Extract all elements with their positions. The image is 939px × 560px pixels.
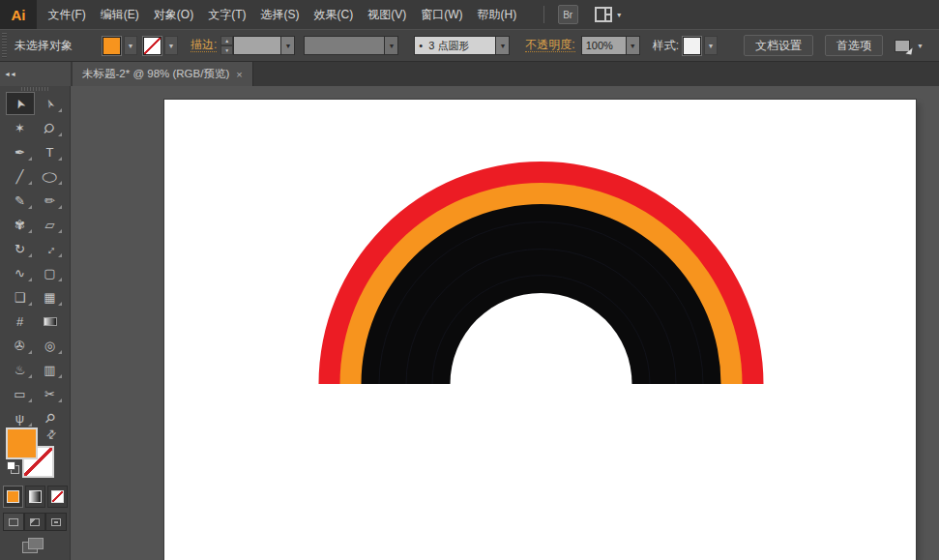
stroke-none-swatch[interactable] [143, 37, 161, 55]
eraser-tool[interactable]: ▱ [36, 213, 65, 236]
brush-definition-dropdown[interactable]: ▼ [495, 36, 510, 55]
none-button[interactable] [47, 486, 68, 508]
selection-tool[interactable]: ➤ [6, 92, 35, 115]
variable-width-profile-field[interactable] [304, 36, 384, 55]
workspace-switcher[interactable]: ▼ [595, 7, 623, 22]
rainbow-artwork[interactable] [164, 100, 916, 560]
blob-brush-icon: ✾ [15, 219, 25, 231]
mesh-tool[interactable]: # [6, 309, 35, 333]
magic-wand-tool[interactable]: ✶ [6, 116, 35, 139]
bridge-button[interactable]: Br [558, 5, 578, 24]
menu-item[interactable]: 效果(C) [307, 0, 361, 29]
stroke-width-dropdown[interactable]: ▼ [280, 36, 295, 55]
document-tab[interactable]: 未标题-2* @ 98% (RGB/预览) × [73, 62, 253, 86]
blend-tool[interactable]: ◎ [36, 334, 65, 357]
stepper-down-icon[interactable]: ▼ [220, 45, 233, 55]
default-fill-stroke-icon[interactable] [7, 461, 21, 476]
symbol-sprayer-tool[interactable]: ♨ [6, 358, 35, 381]
menu-item[interactable]: 对象(O) [146, 0, 200, 29]
gradient-tool[interactable] [36, 309, 65, 333]
lasso-tool[interactable]: Ϙ [36, 116, 65, 139]
slice-tool[interactable]: ✂ [36, 382, 65, 405]
stroke-panel-link[interactable]: 描边: [191, 39, 217, 52]
chevron-down-icon[interactable]: ▼ [704, 36, 718, 55]
artboard-tool[interactable]: ▭ [6, 382, 35, 405]
fill-indicator-swatch[interactable] [6, 427, 38, 459]
menu-item[interactable]: 选择(S) [253, 0, 307, 29]
draw-normal-icon [9, 518, 18, 526]
blob-brush-tool[interactable]: ✾ [6, 213, 35, 236]
hand-tool[interactable]: ψ [6, 406, 35, 429]
chevron-down-icon[interactable]: ▼ [124, 36, 137, 55]
rotate-tool[interactable]: ↻ [6, 237, 35, 260]
style-swatch[interactable] [683, 37, 701, 55]
draw-normal-button[interactable] [3, 513, 24, 531]
pencil-tool[interactable]: ✏ [36, 189, 65, 212]
direct-selection-tool[interactable]: ➢ [36, 92, 65, 115]
stepper-up-icon[interactable]: ▲ [220, 36, 233, 45]
close-icon[interactable]: × [236, 69, 242, 80]
shape-builder-tool[interactable]: ❑ [6, 285, 35, 309]
panel-grip[interactable] [2, 33, 7, 58]
swap-fill-stroke-icon[interactable]: ⇄ [44, 426, 60, 442]
stroke-width-stepper[interactable]: ▲ ▼ [220, 36, 233, 55]
variable-width-profile-dropdown[interactable]: ▼ [384, 36, 398, 55]
fill-color-picker[interactable]: ▼ [103, 36, 137, 55]
app-logo-icon[interactable]: Ai [0, 0, 37, 29]
direct-selection-tool-icon: ➢ [42, 96, 57, 110]
menu-item[interactable]: 窗口(W) [414, 0, 470, 29]
free-transform-tool[interactable]: ▢ [36, 261, 65, 284]
slice-icon: ✂ [44, 388, 55, 400]
shape-builder-icon: ❑ [15, 291, 26, 304]
menu-item[interactable]: 帮助(H) [470, 0, 524, 29]
width-tool[interactable]: ∿ [6, 261, 35, 284]
menu-item[interactable]: 文件(F) [41, 0, 93, 29]
screen-mode-button[interactable] [20, 537, 49, 556]
column-graph-tool[interactable]: ▥ [36, 358, 65, 381]
chevron-down-icon[interactable]: ▼ [164, 36, 178, 55]
mesh-icon: # [16, 315, 23, 328]
color-button[interactable] [3, 486, 23, 508]
scale-tool[interactable]: ↔ [36, 237, 65, 260]
arrange-documents-icon[interactable] [895, 40, 910, 52]
symbol-sprayer-icon: ♨ [15, 364, 26, 376]
document-setup-button[interactable]: 文档设置 [744, 35, 813, 56]
brush-definition-field[interactable]: • 3 点圆形 [414, 36, 495, 55]
draw-behind-button[interactable] [24, 513, 45, 531]
none-icon [51, 490, 64, 503]
chevron-down-icon[interactable]: ▼ [917, 43, 924, 49]
stroke-width-field[interactable] [233, 36, 280, 55]
paintbrush-tool[interactable]: ✎ [6, 189, 35, 212]
opacity-field[interactable]: 100% [581, 36, 626, 55]
menu-item[interactable]: 视图(V) [361, 0, 414, 29]
menu-item[interactable]: 编辑(E) [93, 0, 146, 29]
pasteboard[interactable] [71, 86, 939, 560]
fill-swatch[interactable] [103, 37, 121, 55]
draw-inside-button[interactable] [45, 513, 67, 531]
stroke-color-picker[interactable]: ▼ [143, 36, 178, 55]
eyedropper-tool[interactable]: ✇ [6, 334, 35, 357]
gradient-button[interactable] [25, 486, 45, 508]
menu-item[interactable]: 文字(T) [201, 0, 253, 29]
opacity-dropdown[interactable]: ▼ [626, 36, 640, 55]
hand-icon: ψ [15, 412, 24, 425]
perspective-grid-tool[interactable]: ▦ [36, 285, 65, 309]
column-graph-icon: ▥ [44, 364, 55, 376]
line-tool[interactable]: ╱ [6, 164, 35, 188]
free-transform-icon: ▢ [44, 267, 55, 280]
pen-tool[interactable]: ✒ [6, 140, 35, 163]
opacity-panel-link[interactable]: 不透明度: [525, 39, 574, 52]
selection-status: 未选择对象 [15, 38, 73, 54]
tools-panel-grip[interactable] [21, 87, 48, 91]
preferences-button[interactable]: 首选项 [825, 35, 883, 56]
artboard[interactable] [164, 100, 916, 560]
type-tool[interactable]: T [36, 140, 65, 163]
tools-panel-collapse[interactable]: ◄◄ [0, 62, 71, 86]
style-picker[interactable]: ▼ [683, 36, 718, 55]
line-icon: ╱ [16, 170, 24, 183]
magic-wand-icon: ✶ [15, 122, 25, 134]
document-tab-strip: 未标题-2* @ 98% (RGB/预览) × [71, 62, 939, 86]
gradient-icon [29, 490, 42, 503]
ellipse-tool[interactable]: ◯ [36, 164, 65, 188]
eyedropper-icon: ✇ [15, 339, 25, 352]
